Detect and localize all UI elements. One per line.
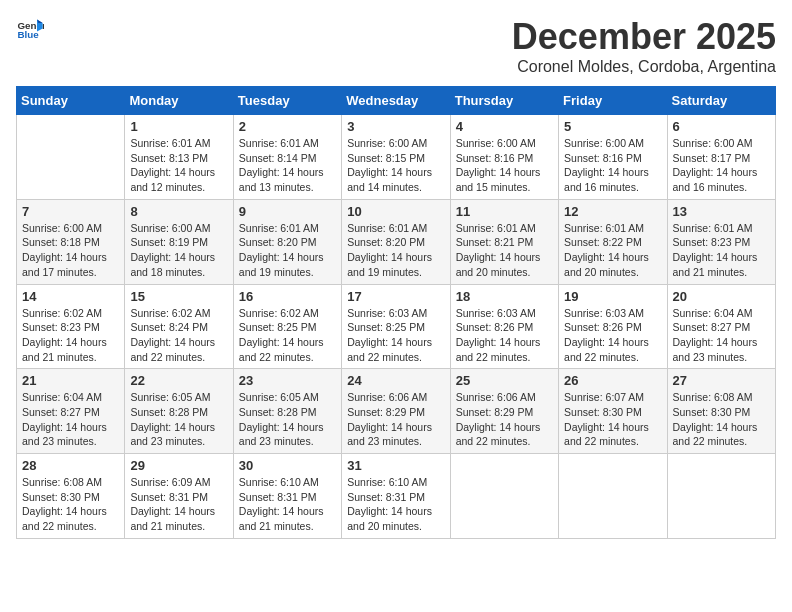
weekday-header-row: SundayMondayTuesdayWednesdayThursdayFrid… [17, 87, 776, 115]
calendar-cell: 27Sunrise: 6:08 AM Sunset: 8:30 PM Dayli… [667, 369, 775, 454]
day-number: 11 [456, 204, 553, 219]
calendar-cell [667, 454, 775, 539]
day-info: Sunrise: 6:03 AM Sunset: 8:26 PM Dayligh… [456, 306, 553, 365]
day-number: 26 [564, 373, 661, 388]
day-number: 13 [673, 204, 770, 219]
day-number: 7 [22, 204, 119, 219]
weekday-header-tuesday: Tuesday [233, 87, 341, 115]
day-number: 4 [456, 119, 553, 134]
day-info: Sunrise: 6:00 AM Sunset: 8:16 PM Dayligh… [456, 136, 553, 195]
day-info: Sunrise: 6:10 AM Sunset: 8:31 PM Dayligh… [239, 475, 336, 534]
day-info: Sunrise: 6:08 AM Sunset: 8:30 PM Dayligh… [22, 475, 119, 534]
calendar-cell: 18Sunrise: 6:03 AM Sunset: 8:26 PM Dayli… [450, 284, 558, 369]
day-info: Sunrise: 6:01 AM Sunset: 8:22 PM Dayligh… [564, 221, 661, 280]
calendar-cell: 9Sunrise: 6:01 AM Sunset: 8:20 PM Daylig… [233, 199, 341, 284]
day-info: Sunrise: 6:04 AM Sunset: 8:27 PM Dayligh… [673, 306, 770, 365]
calendar-cell: 16Sunrise: 6:02 AM Sunset: 8:25 PM Dayli… [233, 284, 341, 369]
day-info: Sunrise: 6:08 AM Sunset: 8:30 PM Dayligh… [673, 390, 770, 449]
day-number: 10 [347, 204, 444, 219]
weekday-header-monday: Monday [125, 87, 233, 115]
calendar-cell: 6Sunrise: 6:00 AM Sunset: 8:17 PM Daylig… [667, 115, 775, 200]
day-info: Sunrise: 6:01 AM Sunset: 8:14 PM Dayligh… [239, 136, 336, 195]
day-number: 29 [130, 458, 227, 473]
day-info: Sunrise: 6:03 AM Sunset: 8:26 PM Dayligh… [564, 306, 661, 365]
calendar-week-row: 14Sunrise: 6:02 AM Sunset: 8:23 PM Dayli… [17, 284, 776, 369]
calendar-cell: 5Sunrise: 6:00 AM Sunset: 8:16 PM Daylig… [559, 115, 667, 200]
day-info: Sunrise: 6:01 AM Sunset: 8:23 PM Dayligh… [673, 221, 770, 280]
calendar-cell: 19Sunrise: 6:03 AM Sunset: 8:26 PM Dayli… [559, 284, 667, 369]
day-info: Sunrise: 6:00 AM Sunset: 8:15 PM Dayligh… [347, 136, 444, 195]
calendar-cell: 14Sunrise: 6:02 AM Sunset: 8:23 PM Dayli… [17, 284, 125, 369]
day-info: Sunrise: 6:00 AM Sunset: 8:19 PM Dayligh… [130, 221, 227, 280]
day-info: Sunrise: 6:06 AM Sunset: 8:29 PM Dayligh… [456, 390, 553, 449]
calendar-cell: 24Sunrise: 6:06 AM Sunset: 8:29 PM Dayli… [342, 369, 450, 454]
calendar-cell: 30Sunrise: 6:10 AM Sunset: 8:31 PM Dayli… [233, 454, 341, 539]
day-number: 21 [22, 373, 119, 388]
day-info: Sunrise: 6:00 AM Sunset: 8:18 PM Dayligh… [22, 221, 119, 280]
day-info: Sunrise: 6:07 AM Sunset: 8:30 PM Dayligh… [564, 390, 661, 449]
day-info: Sunrise: 6:05 AM Sunset: 8:28 PM Dayligh… [130, 390, 227, 449]
svg-text:Blue: Blue [17, 29, 39, 40]
day-number: 24 [347, 373, 444, 388]
day-info: Sunrise: 6:02 AM Sunset: 8:24 PM Dayligh… [130, 306, 227, 365]
calendar-cell: 3Sunrise: 6:00 AM Sunset: 8:15 PM Daylig… [342, 115, 450, 200]
day-number: 8 [130, 204, 227, 219]
day-number: 14 [22, 289, 119, 304]
calendar-cell: 7Sunrise: 6:00 AM Sunset: 8:18 PM Daylig… [17, 199, 125, 284]
day-info: Sunrise: 6:10 AM Sunset: 8:31 PM Dayligh… [347, 475, 444, 534]
calendar-cell: 13Sunrise: 6:01 AM Sunset: 8:23 PM Dayli… [667, 199, 775, 284]
day-number: 17 [347, 289, 444, 304]
page-header: General Blue December 2025 Coronel Molde… [16, 16, 776, 76]
day-number: 28 [22, 458, 119, 473]
calendar-cell: 26Sunrise: 6:07 AM Sunset: 8:30 PM Dayli… [559, 369, 667, 454]
logo: General Blue [16, 16, 44, 44]
day-info: Sunrise: 6:01 AM Sunset: 8:21 PM Dayligh… [456, 221, 553, 280]
calendar-cell: 21Sunrise: 6:04 AM Sunset: 8:27 PM Dayli… [17, 369, 125, 454]
day-number: 31 [347, 458, 444, 473]
calendar-cell [450, 454, 558, 539]
weekday-header-sunday: Sunday [17, 87, 125, 115]
calendar-cell: 11Sunrise: 6:01 AM Sunset: 8:21 PM Dayli… [450, 199, 558, 284]
day-number: 3 [347, 119, 444, 134]
calendar-cell: 1Sunrise: 6:01 AM Sunset: 8:13 PM Daylig… [125, 115, 233, 200]
calendar-cell: 2Sunrise: 6:01 AM Sunset: 8:14 PM Daylig… [233, 115, 341, 200]
day-number: 19 [564, 289, 661, 304]
weekday-header-friday: Friday [559, 87, 667, 115]
calendar-cell: 29Sunrise: 6:09 AM Sunset: 8:31 PM Dayli… [125, 454, 233, 539]
day-info: Sunrise: 6:05 AM Sunset: 8:28 PM Dayligh… [239, 390, 336, 449]
logo-icon: General Blue [16, 16, 44, 44]
day-info: Sunrise: 6:00 AM Sunset: 8:16 PM Dayligh… [564, 136, 661, 195]
day-info: Sunrise: 6:01 AM Sunset: 8:20 PM Dayligh… [239, 221, 336, 280]
calendar-week-row: 1Sunrise: 6:01 AM Sunset: 8:13 PM Daylig… [17, 115, 776, 200]
weekday-header-thursday: Thursday [450, 87, 558, 115]
calendar-cell: 15Sunrise: 6:02 AM Sunset: 8:24 PM Dayli… [125, 284, 233, 369]
day-number: 2 [239, 119, 336, 134]
calendar-cell: 4Sunrise: 6:00 AM Sunset: 8:16 PM Daylig… [450, 115, 558, 200]
location: Coronel Moldes, Cordoba, Argentina [512, 58, 776, 76]
day-number: 9 [239, 204, 336, 219]
day-info: Sunrise: 6:02 AM Sunset: 8:23 PM Dayligh… [22, 306, 119, 365]
day-info: Sunrise: 6:01 AM Sunset: 8:20 PM Dayligh… [347, 221, 444, 280]
day-number: 30 [239, 458, 336, 473]
calendar-week-row: 7Sunrise: 6:00 AM Sunset: 8:18 PM Daylig… [17, 199, 776, 284]
calendar-table: SundayMondayTuesdayWednesdayThursdayFrid… [16, 86, 776, 539]
day-number: 16 [239, 289, 336, 304]
day-number: 23 [239, 373, 336, 388]
calendar-cell: 20Sunrise: 6:04 AM Sunset: 8:27 PM Dayli… [667, 284, 775, 369]
calendar-week-row: 21Sunrise: 6:04 AM Sunset: 8:27 PM Dayli… [17, 369, 776, 454]
calendar-cell: 28Sunrise: 6:08 AM Sunset: 8:30 PM Dayli… [17, 454, 125, 539]
day-number: 18 [456, 289, 553, 304]
title-block: December 2025 Coronel Moldes, Cordoba, A… [512, 16, 776, 76]
day-number: 15 [130, 289, 227, 304]
day-info: Sunrise: 6:04 AM Sunset: 8:27 PM Dayligh… [22, 390, 119, 449]
day-number: 27 [673, 373, 770, 388]
day-info: Sunrise: 6:02 AM Sunset: 8:25 PM Dayligh… [239, 306, 336, 365]
day-number: 25 [456, 373, 553, 388]
calendar-cell: 23Sunrise: 6:05 AM Sunset: 8:28 PM Dayli… [233, 369, 341, 454]
calendar-cell: 8Sunrise: 6:00 AM Sunset: 8:19 PM Daylig… [125, 199, 233, 284]
month-title: December 2025 [512, 16, 776, 58]
calendar-cell [17, 115, 125, 200]
day-number: 1 [130, 119, 227, 134]
day-info: Sunrise: 6:09 AM Sunset: 8:31 PM Dayligh… [130, 475, 227, 534]
calendar-cell: 17Sunrise: 6:03 AM Sunset: 8:25 PM Dayli… [342, 284, 450, 369]
